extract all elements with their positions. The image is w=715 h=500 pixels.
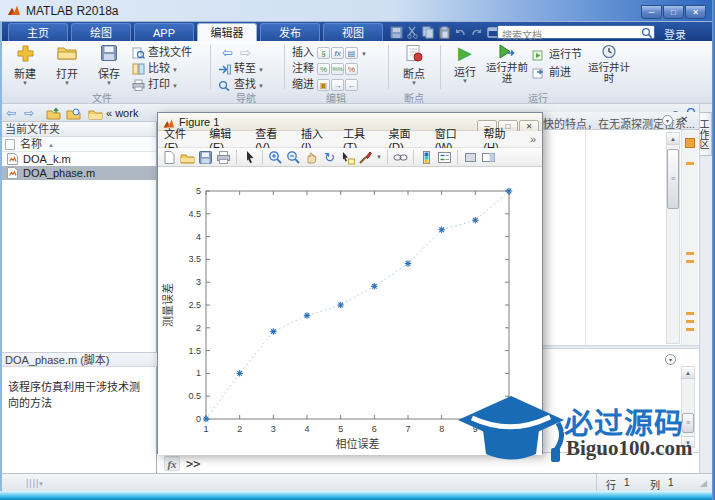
cut-icon[interactable] <box>406 25 419 38</box>
undo-icon[interactable] <box>454 25 467 38</box>
folder-back-icon[interactable]: ⇦ <box>6 106 16 120</box>
open-file-icon[interactable] <box>180 150 195 165</box>
maximize-button[interactable]: □ <box>663 5 684 19</box>
rotate-3d-icon[interactable]: ↻ <box>322 150 337 165</box>
fx-button[interactable]: fx <box>164 456 180 471</box>
insert-colorbar-icon[interactable] <box>419 150 434 165</box>
editor-scrollbar[interactable]: ▲ ≡ <box>666 132 680 344</box>
file-description: 该程序仿真利用干涉技术测向的方法 <box>8 378 150 410</box>
hide-plot-tools-icon[interactable] <box>463 150 478 165</box>
goto-button[interactable]: 转至▼ <box>218 61 264 75</box>
menu-overflow-icon[interactable]: » <box>530 133 536 145</box>
svg-text:3: 3 <box>196 277 201 287</box>
tab-apps[interactable]: APP <box>134 23 194 41</box>
run-section-button[interactable]: 运行节 <box>532 47 582 61</box>
find-button[interactable]: 查找▼ <box>218 77 264 91</box>
comment-block-icon[interactable]: %% <box>331 63 344 75</box>
resize-grip-icon[interactable]: ◢ <box>700 478 707 488</box>
tab-publish[interactable]: 发布 <box>260 23 320 41</box>
print-button[interactable]: 打印▼ <box>132 77 178 91</box>
sign-in-link[interactable]: 登录 <box>664 26 686 42</box>
run-and-time-button[interactable]: 运行并计时 <box>588 44 630 84</box>
toolbar-separator <box>413 150 414 164</box>
analyzer-mark[interactable] <box>686 320 694 323</box>
brush-dropdown-icon[interactable]: ▼ <box>376 154 382 160</box>
analyzer-mark[interactable] <box>686 328 694 331</box>
insert-block-icon[interactable]: ▤ <box>345 47 358 59</box>
data-cursor-icon[interactable] <box>340 150 355 165</box>
workspace-collapsed-tab[interactable]: 工作区 <box>700 112 712 156</box>
show-plot-tools-icon[interactable] <box>481 150 496 165</box>
doc-search-box[interactable]: 搜索文档 <box>497 25 655 39</box>
scrollbar-thumb[interactable]: ≡ <box>667 149 679 209</box>
pane-actions-icon[interactable]: ▾ <box>665 354 676 365</box>
analyzer-mark[interactable] <box>686 260 694 263</box>
advance-button[interactable]: 前进 <box>532 65 571 79</box>
group-divider <box>284 45 285 89</box>
tab-home[interactable]: 主页 <box>8 23 68 41</box>
file-row-selected[interactable]: DOA_phase.m <box>0 166 156 180</box>
close-button[interactable]: ✕ <box>685 5 706 19</box>
svg-text:相位误差: 相位误差 <box>336 437 380 450</box>
zoom-in-icon[interactable] <box>268 150 283 165</box>
save-button[interactable]: 保存▼ <box>90 44 128 86</box>
name-column-header[interactable]: 名称 ▲ <box>0 137 156 152</box>
toolbar-separator <box>262 150 263 164</box>
breadcrumb-path[interactable]: « work <box>106 107 138 119</box>
new-figure-icon[interactable] <box>162 150 177 165</box>
analyzer-status-icon[interactable] <box>685 138 695 148</box>
analyzer-mark[interactable] <box>686 312 694 315</box>
document-close-icon[interactable]: ✕ <box>680 114 688 125</box>
sort-asc-icon: ▲ <box>48 138 54 153</box>
compare-button[interactable]: 比较▼ <box>132 61 178 75</box>
forward-arrow-icon[interactable]: ⇨ <box>240 45 251 60</box>
tab-editor[interactable]: 编辑器 <box>197 23 257 41</box>
comment-icon[interactable]: % <box>317 63 330 75</box>
insert-fx-icon[interactable]: fx <box>331 47 344 59</box>
search-icon[interactable] <box>641 27 653 39</box>
group-label-file: 文件 <box>92 90 112 105</box>
redo-icon[interactable] <box>470 25 483 38</box>
zoom-out-icon[interactable] <box>286 150 301 165</box>
statusbar-grip[interactable]: ||||▾ <box>26 478 44 488</box>
open-button[interactable]: 打开▼ <box>48 44 86 86</box>
paste-icon[interactable] <box>438 25 451 38</box>
back-arrow-icon[interactable]: ⇦ <box>222 45 233 60</box>
run-and-advance-button[interactable]: 运行并前进 <box>486 44 528 84</box>
uncomment-icon[interactable]: % <box>345 63 358 75</box>
matlab-main-window: MATLAB R2018a ─□✕ 主页 绘图 APP 编辑器 发布 视图 搜索… <box>0 0 715 500</box>
print-figure-icon[interactable] <box>216 150 231 165</box>
new-script-button[interactable]: 新建▼ <box>6 44 44 86</box>
save-icon[interactable] <box>390 25 403 38</box>
pan-hand-icon[interactable] <box>304 150 319 165</box>
minimize-button[interactable]: ─ <box>641 5 662 19</box>
window-left-border <box>0 22 2 491</box>
svg-text:0: 0 <box>196 414 201 424</box>
tab-view[interactable]: 视图 <box>323 23 383 41</box>
folder-forward-icon[interactable]: ⇨ <box>24 106 34 120</box>
file-details-header[interactable]: DOA_phase.m (脚本) <box>0 352 157 367</box>
file-row[interactable]: DOA_k.m <box>0 152 156 166</box>
document-actions-icon[interactable]: ▾ <box>662 115 673 126</box>
run-button[interactable]: ▶ 运行▼ <box>448 44 482 84</box>
analyzer-mark[interactable] <box>686 252 694 255</box>
breakpoints-button[interactable]: 断点▼ <box>396 44 432 86</box>
scroll-up-icon[interactable]: ▲ <box>682 367 694 379</box>
current-folder-header[interactable]: 当前文件夹 <box>0 122 156 137</box>
run-time-clock-icon <box>601 44 617 59</box>
copy-icon[interactable] <box>422 25 435 38</box>
brush-icon[interactable] <box>358 150 373 165</box>
code-analyzer-strip <box>681 130 698 345</box>
svg-text:测量误差: 测量误差 <box>161 283 174 327</box>
link-plot-icon[interactable] <box>393 150 408 165</box>
indent-left-icon[interactable]: ← <box>345 79 358 91</box>
svg-text:2: 2 <box>196 323 201 333</box>
insert-legend-icon[interactable] <box>437 150 452 165</box>
save-figure-icon[interactable] <box>198 150 213 165</box>
insert-section-icon[interactable]: § <box>317 47 330 59</box>
scroll-up-icon[interactable]: ▲ <box>667 133 679 145</box>
pointer-arrow-icon[interactable] <box>242 150 257 165</box>
analyzer-mark[interactable] <box>686 162 694 165</box>
tab-plots[interactable]: 绘图 <box>71 23 131 41</box>
find-files-button[interactable]: 查找文件 <box>132 45 192 59</box>
